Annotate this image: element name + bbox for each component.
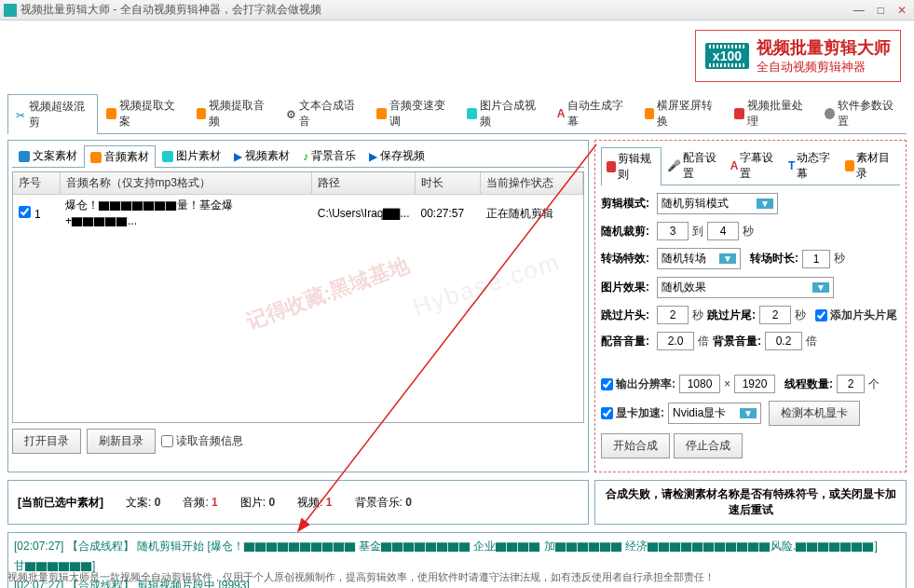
image-icon (162, 151, 173, 162)
compose-status: 合成失败，请检测素材名称是否有特殊符号，或关闭显卡加速后重试 (594, 480, 907, 525)
row-path: C:\Users\Iraq▇▇... (312, 195, 416, 233)
threads-input[interactable] (837, 375, 865, 393)
banner-subtitle: 全自动视频剪辑神器 (757, 60, 866, 74)
trans-select[interactable]: 随机转场▼ (657, 248, 741, 269)
save-icon: ▶ (369, 150, 377, 163)
piceff-label: 图片效果: (601, 280, 653, 295)
tab-audio-speed[interactable]: 音频变速变调 (368, 93, 458, 133)
scissors-icon: ✂ (16, 109, 26, 120)
promo-banner: x100 视频批量剪辑大师 全自动视频剪辑神器 (695, 30, 901, 82)
clip-mode-select[interactable]: 随机剪辑模式▼ (657, 193, 778, 214)
chevron-down-icon: ▼ (740, 408, 757, 418)
main-tabs: ✂视频超级混剪 视频提取文案 视频提取音频 ⚙文本合成语音 音频变速变调 图片合… (7, 89, 907, 134)
chevron-down-icon: ▼ (719, 253, 736, 264)
gear-icon (825, 108, 835, 119)
titlebar: 视频批量剪辑大师 - 全自动视频剪辑神器，会打字就会做视频 — □ ✕ (0, 0, 914, 21)
rtab-dynsub[interactable]: T动态字幕 (783, 146, 839, 185)
rule-icon (607, 161, 616, 172)
window-title: 视频批量剪辑大师 - 全自动视频剪辑神器，会打字就会做视频 (20, 2, 850, 18)
cut-to-input[interactable] (707, 222, 739, 240)
row-checkbox[interactable] (19, 206, 31, 218)
skip-tail-input[interactable] (759, 306, 791, 324)
col-status[interactable]: 当前操作状态 (481, 172, 583, 195)
a-icon: A (557, 107, 566, 120)
subtab-bgm[interactable]: ♪背景音乐 (296, 144, 362, 167)
tab-extract-audio[interactable]: 视频提取音频 (188, 93, 279, 133)
res-checkbox[interactable]: 输出分辨率: (601, 376, 675, 392)
subtab-save[interactable]: ▶保存视频 (362, 144, 431, 167)
rtab-subtitle[interactable]: A字幕设置 (725, 146, 783, 185)
audio-table: 序号 音频名称（仅支持mp3格式） 路径 时长 当前操作状态 1 爆仓！▇▇▇▇… (12, 171, 584, 423)
read-audio-checkbox[interactable]: 读取音频信息 (161, 433, 243, 449)
minimize-button[interactable]: — (850, 4, 868, 17)
res-h-input[interactable] (734, 375, 775, 393)
voicevol-input[interactable] (657, 332, 694, 350)
tab-super-mix[interactable]: ✂视频超级混剪 (7, 94, 98, 134)
chevron-down-icon: ▼ (757, 198, 773, 209)
rtab-matdir[interactable]: 素材目录 (839, 146, 900, 185)
doc-icon (106, 108, 116, 119)
log-line: [02:07:27] 【合成线程】 随机剪辑开始 [爆仓！▇▇▇▇▇▇▇▇▇▇ … (14, 539, 900, 554)
maximize-button[interactable]: □ (874, 4, 888, 17)
mic-icon: 🎤 (667, 159, 681, 172)
tab-rotate[interactable]: 横屏竖屏转换 (636, 93, 727, 133)
detect-gpu-button[interactable]: 检测本机显卡 (769, 401, 860, 426)
start-compose-button[interactable]: 开始合成 (601, 433, 670, 458)
table-row[interactable]: 1 爆仓！▇▇▇▇▇▇▇量！基金爆 +▇▇▇▇▇... C:\Users\Ira… (13, 195, 583, 233)
bgvol-input[interactable] (765, 332, 802, 350)
right-tabs: 剪辑规则 🎤配音设置 A字幕设置 T动态字幕 素材目录 (601, 146, 900, 185)
batch-icon (734, 108, 744, 119)
res-w-input[interactable] (679, 375, 720, 393)
trans-dur-input[interactable] (802, 250, 830, 268)
right-pane: 剪辑规则 🎤配音设置 A字幕设置 T动态字幕 素材目录 剪辑模式: 随机剪辑模式… (594, 140, 907, 472)
t-icon: T (788, 159, 795, 172)
rtab-dub[interactable]: 🎤配音设置 (662, 146, 725, 185)
skip-tail-label: 跳过片尾: (707, 308, 756, 323)
clip-rule-form: 剪辑模式: 随机剪辑模式▼ 随机裁剪: 到 秒 转场特效: 随机转场▼ 转场时长… (601, 193, 900, 458)
row-name: 爆仓！▇▇▇▇▇▇▇量！基金爆 +▇▇▇▇▇... (60, 195, 312, 233)
rtab-clip-rule[interactable]: 剪辑规则 (601, 147, 662, 185)
subtab-audio[interactable]: 音频素材 (84, 145, 156, 168)
col-name[interactable]: 音频名称（仅支持mp3格式） (60, 172, 312, 195)
left-pane: 文案素材 音频素材 图片素材 ▶视频素材 ♪背景音乐 ▶保存视频 序号 音频名称… (7, 140, 589, 472)
folder-icon (845, 160, 854, 171)
trans-label: 转场特效: (601, 251, 653, 267)
chevron-down-icon: ▼ (812, 282, 829, 293)
audio-icon (90, 152, 102, 163)
tab-settings[interactable]: 软件参数设置 (816, 93, 907, 133)
bgvol-label: 背景音量: (713, 334, 761, 349)
add-headtail-checkbox[interactable]: 添加片头片尾 (815, 308, 897, 323)
voicevol-label: 配音音量: (601, 334, 653, 349)
piceff-select[interactable]: 随机效果▼ (657, 277, 834, 298)
skip-head-input[interactable] (657, 306, 689, 324)
selected-materials-bar: [当前已选中素材] 文案: 0 音频: 1 图片: 0 视频: 1 背景音乐: … (7, 480, 589, 525)
gpu-select[interactable]: Nvidia显卡▼ (668, 403, 761, 424)
tab-img-video[interactable]: 图片合成视频 (458, 93, 549, 133)
tab-batch[interactable]: 视频批量处理 (726, 93, 816, 133)
threads-label: 线程数量: (784, 376, 833, 392)
gpu-checkbox[interactable]: 显卡加速: (601, 405, 664, 421)
subtab-text[interactable]: 文案素材 (12, 144, 84, 167)
cut-from-input[interactable] (657, 222, 689, 240)
col-dur[interactable]: 时长 (416, 172, 481, 195)
skip-head-label: 跳过片头: (601, 308, 653, 323)
col-seq[interactable]: 序号 (13, 172, 60, 195)
a-icon: A (730, 159, 739, 172)
subtab-video[interactable]: ▶视频素材 (227, 144, 296, 167)
row-dur: 00:27:57 (416, 195, 481, 233)
tab-tts[interactable]: ⚙文本合成语音 (278, 93, 368, 133)
subtab-image[interactable]: 图片素材 (156, 144, 227, 167)
row-status: 正在随机剪辑 (481, 195, 583, 233)
trans-dur-label: 转场时长: (750, 251, 798, 267)
open-dir-button[interactable]: 打开目录 (12, 429, 81, 454)
close-button[interactable]: ✕ (894, 4, 910, 17)
audio-icon (197, 108, 207, 119)
refresh-dir-button[interactable]: 刷新目录 (87, 429, 156, 454)
tts-icon: ⚙ (286, 108, 296, 119)
col-path[interactable]: 路径 (312, 172, 416, 195)
tab-extract-text[interactable]: 视频提取文案 (98, 93, 188, 133)
stop-compose-button[interactable]: 停止合成 (674, 433, 743, 458)
tab-auto-sub[interactable]: A自动生成字幕 (549, 93, 636, 133)
speed-icon (376, 108, 387, 119)
window-controls: — □ ✕ (850, 4, 910, 17)
